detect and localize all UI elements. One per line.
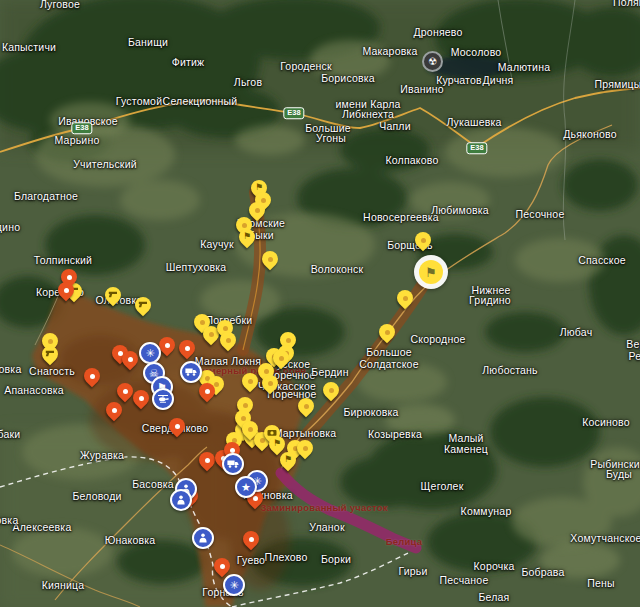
pin-dot [303,446,308,451]
place-label: Юнаковка [105,534,156,546]
pin-dot [175,424,180,429]
yellow-pin[interactable] [134,296,152,320]
place-label: Луговое [40,0,80,10]
place-label: Вер [626,338,640,350]
orange-pin[interactable] [242,530,260,554]
unit-marker[interactable] [222,453,244,475]
place-label: Буды [606,468,632,480]
pin-dot [209,332,214,337]
orange-pin[interactable] [158,336,176,360]
place-label: Поляна [613,0,640,8]
map-canvas[interactable]: ЛуговоеКапыстичиБанищиФитижГороденскЛьго… [0,0,640,607]
yellow-pin[interactable] [297,397,315,421]
orange-pin[interactable] [198,382,216,406]
yellow-pin[interactable]: ⚑ [238,228,256,252]
pistol-icon [134,298,152,311]
pin-dot [223,326,228,331]
place-label: Гирьи [398,565,427,577]
pin-dot [286,338,291,343]
place-label: Журавка [80,449,124,461]
flag-icon: ⚑ [279,453,297,466]
pin-dot [205,458,210,463]
pin-dot [279,356,284,361]
yellow-pin[interactable] [261,374,279,398]
place-label: Козыревка [368,428,422,440]
place-label: Марьино [55,134,100,146]
person-icon [175,495,187,505]
yellow-pin[interactable] [104,286,122,310]
orange-pin[interactable] [178,339,196,363]
place-label: дино [0,221,20,233]
place-label: Косиново [582,416,630,428]
pin-dot [200,320,205,325]
place-label: Ре [629,350,640,362]
pistol-icon [104,288,122,301]
place-label: Банищи [128,36,168,48]
highlighted-flag-marker[interactable]: ⚑ [414,255,448,289]
orange-pin[interactable] [168,417,186,441]
pin-dot [226,338,231,343]
place-label: Любимовка [431,204,489,216]
orange-pin[interactable] [132,389,150,413]
place-label: Любостань [482,364,537,376]
pin-dot [64,288,69,293]
place-label: Прямицыно [594,78,640,90]
pin-dot [165,343,170,348]
flag-icon: ⚑ [268,437,286,450]
pin-dot [243,403,248,408]
pin-dot [268,257,273,262]
yellow-pin[interactable] [322,381,340,405]
place-label: Чапли [379,120,411,132]
place-label: Благодатное [14,190,78,202]
unit-marker[interactable]: ★ [235,476,257,498]
yellow-pin[interactable] [241,372,259,396]
unit-marker[interactable]: ✳ [139,342,161,364]
pin-dot [123,389,128,394]
pin-dot [242,223,247,228]
yellow-pin[interactable] [41,345,59,369]
pin-dot [230,448,235,453]
orange-pin[interactable] [121,350,139,374]
helicopter-icon [157,394,169,404]
orange-pin[interactable] [57,281,75,305]
place-label: Бобрава [521,566,564,578]
place-label: Мосолово [451,46,502,58]
place-label: Солдатское [359,358,418,370]
road-badge: E38 [283,107,304,119]
pin-dot [248,427,253,432]
place-label: Угоны [316,132,346,144]
yellow-pin[interactable] [296,439,314,463]
place-label: овка [0,363,21,375]
place-label: Волоконск [311,263,364,275]
unit-marker[interactable] [152,388,174,410]
unit-marker[interactable] [170,489,192,511]
orange-pin[interactable] [83,367,101,391]
yellow-pin[interactable] [219,331,237,355]
pin-dot [329,388,334,393]
place-label: овка [0,514,18,526]
yellow-pin[interactable] [396,289,414,313]
place-label: Льгов [234,76,262,88]
pin-dot [90,374,95,379]
pin-dot [304,404,309,409]
yellow-pin[interactable] [378,323,396,347]
place-label: Большое [366,346,412,358]
pin-dot [185,346,190,351]
yellow-pin[interactable] [261,250,279,274]
yellow-pin[interactable] [414,231,432,255]
place-label: Плехово [265,551,308,563]
unit-marker[interactable]: ✳ [223,574,245,596]
unit-marker[interactable] [192,527,214,549]
pin-dot [67,275,72,280]
nuclear-plant-marker[interactable]: ☢ [422,51,443,72]
yellow-pin[interactable]: ⚑ [279,451,297,475]
place-label: Дьяконово [563,128,617,140]
place-label: Иванино [400,83,444,95]
pin-dot [255,208,260,213]
place-label: Макаровка [362,45,417,57]
unit-marker[interactable] [180,361,202,383]
place-label: Кияница [42,579,85,591]
place-label: Басовка [132,478,174,490]
place-label: Малютина [498,61,550,73]
place-label: Коммунар [461,505,512,517]
